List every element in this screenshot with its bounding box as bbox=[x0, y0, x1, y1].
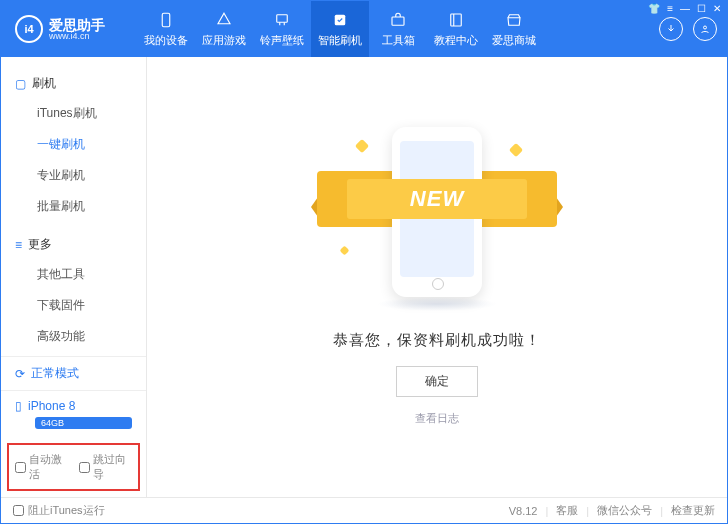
sidebar-device[interactable]: ▯ iPhone 8 64GB bbox=[1, 391, 146, 437]
apps-icon bbox=[215, 11, 233, 29]
nav-label: 教程中心 bbox=[434, 33, 478, 48]
nav-label: 智能刷机 bbox=[318, 33, 362, 48]
status-mode-label: 正常模式 bbox=[31, 365, 79, 382]
nav-label: 我的设备 bbox=[144, 33, 188, 48]
nav-my-device[interactable]: 我的设备 bbox=[137, 1, 195, 57]
nav-shop[interactable]: 爱思商城 bbox=[485, 1, 543, 57]
top-nav: 我的设备 应用游戏 铃声壁纸 智能刷机 工具箱 教程中心 bbox=[137, 1, 543, 57]
check-label: 自动激活 bbox=[29, 452, 69, 482]
status-bar: 阻止iTunes运行 V8.12 | 客服 | 微信公众号 | 检查更新 bbox=[1, 497, 727, 523]
nav-flash[interactable]: 智能刷机 bbox=[311, 1, 369, 57]
header-right bbox=[659, 17, 717, 41]
nav-label: 应用游戏 bbox=[202, 33, 246, 48]
sidebar-item-other-tools[interactable]: 其他工具 bbox=[1, 259, 146, 290]
nav-ringtones[interactable]: 铃声壁纸 bbox=[253, 1, 311, 57]
app-logo: i4 爱思助手 www.i4.cn bbox=[15, 15, 137, 43]
refresh-icon: ⟳ bbox=[15, 367, 25, 381]
nav-apps[interactable]: 应用游戏 bbox=[195, 1, 253, 57]
window-controls: 👕 ≡ — ☐ ✕ bbox=[648, 3, 721, 14]
svg-rect-0 bbox=[162, 13, 170, 27]
main-panel: NEW 恭喜您，保资料刷机成功啦！ 确定 查看日志 bbox=[147, 57, 727, 497]
toolbox-icon bbox=[389, 11, 407, 29]
check-auto-activate[interactable]: 自动激活 bbox=[15, 452, 69, 482]
sidebar-options-highlight: 自动激活 跳过向导 bbox=[7, 443, 140, 491]
wechat-link[interactable]: 微信公众号 bbox=[597, 503, 652, 518]
checkbox[interactable] bbox=[13, 505, 24, 516]
phone-icon: ▢ bbox=[15, 77, 26, 91]
svg-rect-4 bbox=[451, 14, 462, 26]
device-icon: ▯ bbox=[15, 399, 22, 413]
user-button[interactable] bbox=[693, 17, 717, 41]
sidebar-item-download-firmware[interactable]: 下载固件 bbox=[1, 290, 146, 321]
nav-label: 铃声壁纸 bbox=[260, 33, 304, 48]
download-button[interactable] bbox=[659, 17, 683, 41]
nav-toolbox[interactable]: 工具箱 bbox=[369, 1, 427, 57]
sidebar-item-batch-flash[interactable]: 批量刷机 bbox=[1, 191, 146, 222]
list-icon: ≡ bbox=[15, 238, 22, 252]
check-skip-guide[interactable]: 跳过向导 bbox=[79, 452, 133, 482]
sidebar-item-advanced[interactable]: 高级功能 bbox=[1, 321, 146, 352]
success-illustration: NEW bbox=[317, 117, 557, 307]
check-update-link[interactable]: 检查更新 bbox=[671, 503, 715, 518]
svg-rect-1 bbox=[277, 14, 288, 22]
flash-icon bbox=[331, 11, 349, 29]
nav-label: 工具箱 bbox=[382, 33, 415, 48]
sidebar-group-flash[interactable]: ▢ 刷机 bbox=[1, 69, 146, 98]
success-message: 恭喜您，保资料刷机成功啦！ bbox=[333, 331, 541, 350]
win-shirt-icon[interactable]: 👕 bbox=[648, 3, 660, 14]
check-label: 跳过向导 bbox=[93, 452, 133, 482]
block-itunes-check[interactable]: 阻止iTunes运行 bbox=[13, 503, 105, 518]
sidebar-group-label: 刷机 bbox=[32, 75, 56, 92]
sidebar-group-label: 更多 bbox=[28, 236, 52, 253]
svg-rect-3 bbox=[392, 17, 404, 25]
sparkle-icon bbox=[355, 139, 369, 153]
book-icon bbox=[447, 11, 465, 29]
sparkle-icon bbox=[509, 143, 523, 157]
nav-label: 爱思商城 bbox=[492, 33, 536, 48]
win-maximize-icon[interactable]: ☐ bbox=[697, 3, 706, 14]
storage-badge: 64GB bbox=[35, 417, 132, 429]
device-name: iPhone 8 bbox=[28, 399, 75, 413]
sidebar-item-itunes-flash[interactable]: iTunes刷机 bbox=[1, 98, 146, 129]
check-label: 阻止iTunes运行 bbox=[28, 503, 105, 518]
version-label: V8.12 bbox=[509, 505, 538, 517]
new-ribbon: NEW bbox=[347, 179, 527, 219]
view-log-link[interactable]: 查看日志 bbox=[415, 411, 459, 426]
checkbox[interactable] bbox=[15, 462, 26, 473]
sidebar-group-more[interactable]: ≡ 更多 bbox=[1, 230, 146, 259]
app-header: 👕 ≡ — ☐ ✕ i4 爱思助手 www.i4.cn 我的设备 应用游戏 bbox=[1, 1, 727, 57]
win-minimize-icon[interactable]: — bbox=[680, 3, 690, 14]
sidebar: ▢ 刷机 iTunes刷机 一键刷机 专业刷机 批量刷机 ≡ 更多 其他工具 下… bbox=[1, 57, 147, 497]
phone-icon bbox=[157, 11, 175, 29]
app-name: 爱思助手 bbox=[49, 18, 105, 32]
logo-icon: i4 bbox=[15, 15, 43, 43]
sidebar-item-pro-flash[interactable]: 专业刷机 bbox=[1, 160, 146, 191]
support-link[interactable]: 客服 bbox=[556, 503, 578, 518]
sidebar-mode-status[interactable]: ⟳ 正常模式 bbox=[1, 357, 146, 391]
music-icon bbox=[273, 11, 291, 29]
win-menu-icon[interactable]: ≡ bbox=[667, 3, 673, 14]
win-close-icon[interactable]: ✕ bbox=[713, 3, 721, 14]
svg-point-5 bbox=[704, 26, 707, 29]
nav-tutorials[interactable]: 教程中心 bbox=[427, 1, 485, 57]
sidebar-item-oneclick-flash[interactable]: 一键刷机 bbox=[1, 129, 146, 160]
sparkle-icon bbox=[340, 246, 350, 256]
ok-button[interactable]: 确定 bbox=[396, 366, 478, 397]
app-url: www.i4.cn bbox=[49, 32, 105, 41]
checkbox[interactable] bbox=[79, 462, 90, 473]
shop-icon bbox=[505, 11, 523, 29]
